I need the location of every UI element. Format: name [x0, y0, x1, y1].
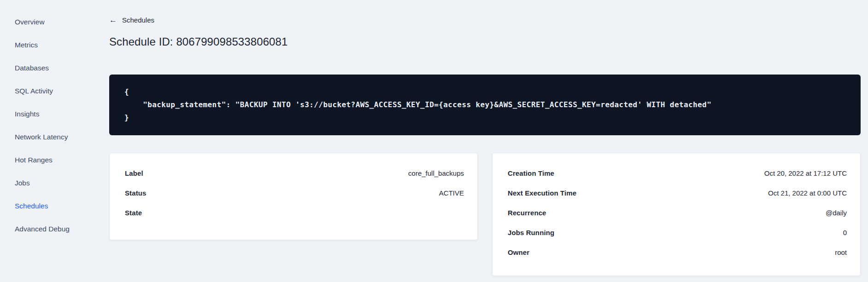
row-value: 0 — [843, 229, 847, 236]
page-title: Schedule ID: 806799098533806081 — [109, 35, 861, 49]
row-label: Status — [125, 189, 146, 197]
back-arrow-icon: ← — [109, 16, 117, 24]
row-label: Jobs Running — [508, 229, 554, 236]
sidebar-item-overview[interactable]: Overview — [15, 11, 91, 34]
detail-row-state: State — [125, 203, 464, 223]
row-label: Recurrence — [508, 209, 546, 217]
sidebar-item-advanced-debug[interactable]: Advanced Debug — [15, 218, 91, 241]
row-value: Oct 20, 2022 at 17:12 UTC — [764, 169, 847, 177]
main-content: ← Schedules Schedule ID: 806799098533806… — [91, 0, 868, 282]
sidebar-item-hot-ranges[interactable]: Hot Ranges — [15, 149, 91, 172]
row-value: core_full_backups — [408, 169, 464, 177]
detail-cards-row: Label core_full_backups Status ACTIVE St… — [109, 153, 861, 276]
sidebar-item-databases[interactable]: Databases — [15, 57, 91, 80]
app-root: Overview Metrics Databases SQL Activity … — [0, 0, 868, 282]
sidebar: Overview Metrics Databases SQL Activity … — [0, 0, 91, 282]
row-value: root — [835, 248, 847, 256]
schedule-definition-code-block: { "backup_statement": "BACKUP INTO 's3:/… — [109, 75, 861, 135]
detail-row-jobs-running: Jobs Running 0 — [508, 223, 847, 242]
row-label: Owner — [508, 248, 529, 256]
row-label: Creation Time — [508, 169, 554, 177]
row-value: ACTIVE — [439, 189, 464, 197]
row-value: @daily — [826, 209, 847, 217]
sidebar-item-network-latency[interactable]: Network Latency — [15, 126, 91, 149]
sidebar-item-insights[interactable]: Insights — [15, 103, 91, 126]
detail-row-recurrence: Recurrence @daily — [508, 203, 847, 223]
row-label: Label — [125, 169, 143, 177]
schedule-timing-card: Creation Time Oct 20, 2022 at 17:12 UTC … — [492, 153, 861, 276]
schedule-details-card: Label core_full_backups Status ACTIVE St… — [109, 153, 478, 240]
schedule-definition-code-text: { "backup_statement": "BACKUP INTO 's3:/… — [124, 86, 845, 124]
back-link-schedules[interactable]: ← Schedules — [109, 15, 154, 24]
row-label: Next Execution Time — [508, 189, 576, 197]
detail-row-next-execution-time: Next Execution Time Oct 21, 2022 at 0:00… — [508, 183, 847, 203]
detail-row-owner: Owner root — [508, 242, 847, 262]
back-link-label: Schedules — [122, 16, 154, 24]
sidebar-item-sql-activity[interactable]: SQL Activity — [15, 80, 91, 103]
detail-row-label: Label core_full_backups — [125, 163, 464, 183]
sidebar-item-metrics[interactable]: Metrics — [15, 34, 91, 57]
detail-row-status: Status ACTIVE — [125, 183, 464, 203]
row-label: State — [125, 209, 142, 217]
sidebar-item-jobs[interactable]: Jobs — [15, 172, 91, 195]
row-value: Oct 21, 2022 at 0:00 UTC — [768, 189, 847, 197]
sidebar-item-schedules[interactable]: Schedules — [15, 195, 91, 218]
detail-row-creation-time: Creation Time Oct 20, 2022 at 17:12 UTC — [508, 163, 847, 183]
